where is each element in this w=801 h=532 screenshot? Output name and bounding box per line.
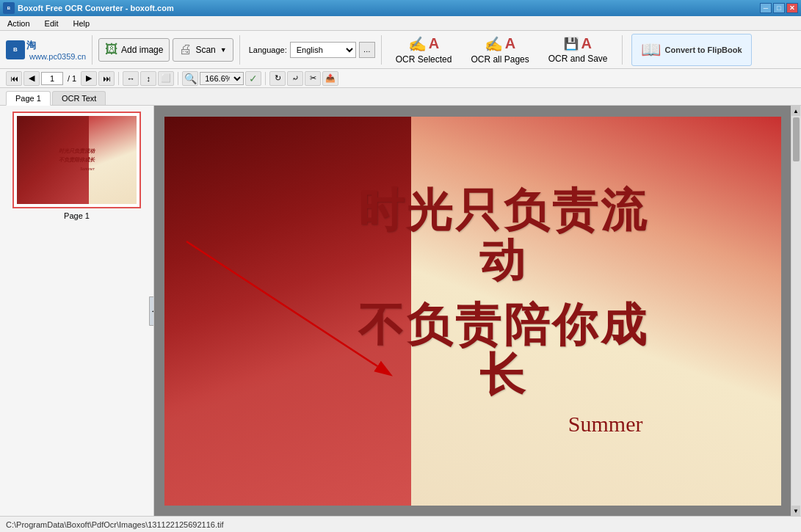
page-1-thumbnail[interactable]: 时光只负责流动 不负责陪你成长 Summer bbox=[12, 112, 141, 208]
app-logo-text: 淘 bbox=[26, 39, 86, 52]
tab-ocr-text[interactable]: OCR Text bbox=[52, 91, 106, 105]
tab-page1[interactable]: Page 1 bbox=[6, 91, 51, 106]
zoom-separator bbox=[265, 72, 266, 85]
ocr-all-a-icon: A bbox=[505, 35, 515, 52]
title-bar-controls: ─ □ ✕ bbox=[760, 3, 798, 13]
language-options-button[interactable]: … bbox=[359, 42, 375, 58]
ocr-and-save-button[interactable]: 💾 A OCR and Save bbox=[540, 34, 616, 66]
tab-bar: Page 1 OCR Text bbox=[0, 88, 801, 106]
zoom-in-button[interactable]: 🔍 bbox=[182, 71, 198, 86]
file-path: C:\ProgramData\Boxoft\PdfOcr\Images\1311… bbox=[6, 520, 224, 529]
fit-width-button[interactable]: ↔ bbox=[123, 71, 139, 86]
scroll-up-button[interactable]: ▲ bbox=[791, 106, 800, 116]
calligraphy-content: 时光只负责流动 不负责陪你成长 Summer bbox=[349, 185, 658, 437]
thumbnail-image: 时光只负责流动 不负责陪你成长 Summer bbox=[17, 116, 137, 204]
ocr-save-number-icon: 💾 bbox=[564, 37, 579, 51]
ocr-selected-a-icon: A bbox=[429, 35, 439, 52]
scan-button[interactable]: 🖨 Scan ▼ bbox=[173, 38, 233, 62]
first-page-button[interactable]: ⏮ bbox=[6, 71, 22, 86]
sidebar: 时光只负责流动 不负责陪你成长 Summer Page 1 ◀ bbox=[0, 106, 154, 516]
ocr-selected-icon: ✍ bbox=[408, 35, 427, 53]
toolbar-navigation: ⏮ ◀ 1 / 1 ▶ ⏭ ↔ ↕ ⬜ 🔍 166.6% 100% 75% 50… bbox=[0, 69, 801, 88]
page-1-label: Page 1 bbox=[6, 211, 148, 220]
fit-height-button[interactable]: ↕ bbox=[140, 71, 156, 86]
separator-2 bbox=[239, 35, 240, 65]
title-bar-left: B Boxoft Free OCR Converter - boxoft.com bbox=[3, 2, 174, 14]
add-image-button[interactable]: 🖼 Add image bbox=[98, 38, 170, 62]
crop-button[interactable]: ✂ bbox=[305, 71, 321, 86]
main-document-image: 时光只负责流动 不负责陪你成长 Summer bbox=[164, 117, 781, 506]
minimize-button[interactable]: ─ bbox=[760, 3, 772, 13]
scan-icon: 🖨 bbox=[179, 42, 192, 57]
signature: Summer bbox=[349, 412, 643, 437]
scroll-track[interactable] bbox=[791, 116, 801, 506]
page-number-input[interactable]: 1 bbox=[41, 72, 63, 85]
ocr-all-pages-label: OCR all Pages bbox=[471, 54, 529, 65]
menu-bar: Action Edit Help bbox=[0, 16, 801, 31]
chinese-line1: 时光只负责流动 bbox=[349, 185, 658, 285]
scroll-down-button[interactable]: ▼ bbox=[791, 506, 800, 516]
status-bar: C:\ProgramData\Boxoft\PdfOcr\Images\1311… bbox=[0, 516, 801, 532]
ocr-selected-button[interactable]: ✍ A OCR Selected bbox=[388, 34, 460, 66]
convert-flipbook-label: Convert to FlipBook bbox=[665, 45, 742, 54]
menu-help[interactable]: Help bbox=[69, 18, 95, 29]
export-button[interactable]: 📤 bbox=[322, 71, 338, 86]
close-button[interactable]: ✕ bbox=[786, 3, 798, 13]
logo-area: B 淘 www.pc0359.cn bbox=[6, 39, 86, 61]
sidebar-collapse-button[interactable]: ◀ bbox=[149, 296, 154, 326]
ocr-all-pages-icon: ✍ bbox=[485, 35, 503, 53]
next-page-button[interactable]: ▶ bbox=[81, 71, 97, 86]
toolbar-top: B 淘 www.pc0359.cn 🖼 Add image 🖨 Scan ▼ L… bbox=[0, 31, 801, 69]
vertical-scrollbar[interactable]: ▲ ▼ bbox=[791, 106, 801, 516]
ocr-all-pages-button[interactable]: ✍ A OCR all Pages bbox=[463, 34, 537, 66]
title-bar: B Boxoft Free OCR Converter - boxoft.com… bbox=[0, 0, 801, 16]
rotate-button[interactable]: ⤾ bbox=[287, 71, 303, 86]
logo-url: www.pc0359.cn bbox=[29, 52, 86, 61]
scan-label: Scan bbox=[195, 45, 215, 55]
ocr-and-save-label: OCR and Save bbox=[548, 54, 608, 64]
maximize-button[interactable]: □ bbox=[773, 3, 785, 13]
scan-dropdown-icon: ▼ bbox=[220, 46, 227, 54]
menu-edit[interactable]: Edit bbox=[40, 18, 63, 29]
language-label: Language: bbox=[249, 45, 287, 54]
zoom-confirm-button[interactable]: ✓ bbox=[245, 71, 261, 86]
prev-page-button[interactable]: ◀ bbox=[23, 71, 40, 86]
ocr-save-a-icon: A bbox=[581, 35, 591, 52]
add-image-icon: 🖼 bbox=[105, 42, 118, 57]
title-bar-title: Boxoft Free OCR Converter - boxoft.com bbox=[18, 4, 174, 12]
main-layout: 时光只负责流动 不负责陪你成长 Summer Page 1 ◀ bbox=[0, 106, 801, 516]
app-logo: B bbox=[6, 40, 25, 59]
separator-4 bbox=[622, 35, 623, 65]
add-image-label: Add image bbox=[121, 45, 163, 55]
language-area: Language: English Chinese French … bbox=[249, 42, 375, 58]
convert-flipbook-button[interactable]: 📖 Convert to FlipBook bbox=[631, 34, 752, 66]
scroll-thumb[interactable] bbox=[793, 117, 800, 161]
flipbook-icon: 📖 bbox=[641, 40, 661, 59]
zoom-select[interactable]: 166.6% 100% 75% 50% bbox=[200, 72, 244, 85]
fit-page-button[interactable]: ⬜ bbox=[158, 71, 174, 86]
thumbnail-chinese-text: 时光只负责流动 不负责陪你成长 Summer bbox=[59, 148, 95, 172]
app-icon: B bbox=[3, 2, 15, 14]
content-panel: 时光只负责流动 不负责陪你成长 Summer bbox=[154, 106, 791, 516]
separator-1 bbox=[92, 35, 93, 65]
fit-separator bbox=[178, 72, 178, 85]
refresh-button[interactable]: ↻ bbox=[269, 71, 286, 86]
page-total: / 1 bbox=[65, 74, 79, 83]
image-viewport[interactable]: 时光只负责流动 不负责陪你成长 Summer bbox=[154, 106, 791, 516]
language-select[interactable]: English Chinese French bbox=[290, 42, 356, 58]
chinese-line2: 不负责陪你成长 bbox=[349, 300, 658, 400]
nav-separator bbox=[118, 72, 119, 85]
separator-3 bbox=[381, 35, 382, 65]
ocr-selected-label: OCR Selected bbox=[396, 54, 452, 65]
last-page-button[interactable]: ⏭ bbox=[98, 71, 115, 86]
menu-action[interactable]: Action bbox=[3, 18, 35, 29]
